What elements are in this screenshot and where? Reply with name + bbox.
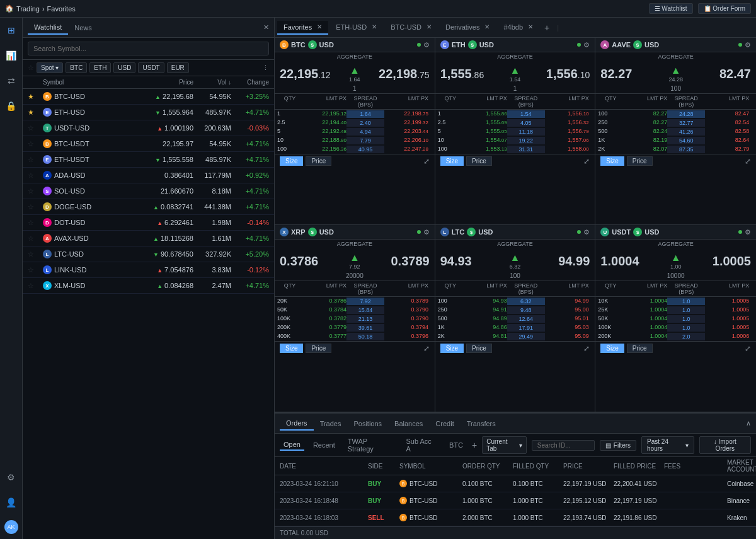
size-btn[interactable]: Size <box>600 156 624 166</box>
watchlist-row[interactable]: ☆ X XLM-USD ▲ 0.084268 2.47M +4.71% <box>23 278 274 294</box>
orders-table-row[interactable]: 2023-03-24 16:18:48 BUY B BTC-USD 1.000 … <box>275 492 756 509</box>
star-icon[interactable]: ★ <box>28 108 43 117</box>
star-icon[interactable]: ☆ <box>28 124 43 132</box>
orders-sub-tab-add-icon[interactable]: + <box>472 440 477 450</box>
star-icon[interactable]: ☆ <box>28 203 43 211</box>
chart-expand-icon[interactable]: ⤢ <box>423 157 430 166</box>
watchlist-row[interactable]: ☆ A AVAX-USD ▲ 18.115268 1.61M +4.71% <box>23 231 274 246</box>
filter-star-icon[interactable]: ☆ <box>28 64 34 72</box>
sidebar-icon-settings[interactable]: ⚙ <box>4 470 19 485</box>
star-icon[interactable]: ☆ <box>28 140 43 148</box>
gear-icon[interactable]: ⚙ <box>745 228 751 236</box>
price-btn[interactable]: Price <box>627 344 653 353</box>
star-icon[interactable]: ★ <box>28 93 43 101</box>
trading-tab-derivatives[interactable]: Derivatives✕ <box>439 21 496 35</box>
orders-sub-tab-sub-acc-a[interactable]: Sub Acc A <box>402 436 440 454</box>
orders-sub-tab-twap-strategy[interactable]: TWAP Strategy <box>344 436 398 454</box>
tab-close-icon[interactable]: ✕ <box>317 23 322 30</box>
chart-expand-icon[interactable]: ⤢ <box>583 344 590 353</box>
orders-sub-tab-recent[interactable]: Recent <box>309 440 339 450</box>
gear-icon[interactable]: ⚙ <box>423 41 430 49</box>
watchlist-row[interactable]: ☆ D DOGE-USD ▲ 0.0832741 441.38M +4.71% <box>23 199 274 215</box>
price-btn[interactable]: Price <box>627 156 653 166</box>
size-btn[interactable]: Size <box>280 344 303 353</box>
sidebar-icon-grid[interactable]: ⊞ <box>4 23 19 38</box>
price-btn[interactable]: Price <box>466 156 492 166</box>
star-icon[interactable]: ☆ <box>28 219 43 227</box>
orders-tab-orders[interactable]: Orders <box>280 417 314 431</box>
col-vol-header[interactable]: Vol ↓ <box>193 79 231 86</box>
watchlist-row[interactable]: ☆ T USDT-USD ▲ 1.000190 200.63M -0.03% <box>23 120 274 136</box>
chart-expand-icon[interactable]: ⤢ <box>745 344 751 353</box>
chart-expand-icon[interactable]: ⤢ <box>423 344 430 353</box>
tab-add-icon[interactable]: + <box>541 23 553 33</box>
filter-usdt-btn[interactable]: USDT <box>138 62 164 73</box>
star-icon[interactable]: ☆ <box>28 187 43 195</box>
orders-table-row[interactable]: 2023-03-24 16:21:10 BUY B BTC-USD 0.100 … <box>275 475 756 492</box>
watchlist-row[interactable]: ☆ L LTC-USD ▼ 90.678450 327.92K +5.20% <box>23 246 274 262</box>
watchlist-row[interactable]: ☆ E ETH-USDT ▼ 1,555.558 485.97K +4.71% <box>23 152 274 168</box>
star-icon[interactable]: ☆ <box>28 235 43 243</box>
gear-icon[interactable]: ⚙ <box>583 228 590 236</box>
tab-close-icon[interactable]: ✕ <box>372 23 377 30</box>
star-icon[interactable]: ☆ <box>28 250 43 258</box>
orders-collapse-icon[interactable]: ∧ <box>746 419 751 427</box>
sidebar-icon-lock[interactable]: 🔒 <box>4 98 19 113</box>
tab-close-icon[interactable]: ✕ <box>484 23 490 30</box>
filter-spot-btn[interactable]: Spot ▾ <box>37 62 63 73</box>
watchlist-close-icon[interactable]: ✕ <box>263 23 269 32</box>
import-orders-btn[interactable]: ↓ Import Orders <box>699 436 751 454</box>
filter-eth-btn[interactable]: ETH <box>89 62 111 73</box>
search-input[interactable] <box>28 42 269 55</box>
trading-tab-eth-usd[interactable]: ETH-USD✕ <box>329 21 383 35</box>
sidebar-icon-chart[interactable]: 📊 <box>4 48 19 63</box>
tab-watchlist[interactable]: Watchlist <box>28 21 68 35</box>
watchlist-row[interactable]: ☆ A ADA-USD 0.386401 117.79M +0.92% <box>23 168 274 183</box>
gear-icon[interactable]: ⚙ <box>423 228 430 236</box>
search-id-input[interactable] <box>532 440 595 451</box>
star-icon[interactable]: ☆ <box>28 282 43 290</box>
orders-sub-tab-btc[interactable]: BTC <box>445 440 467 450</box>
filter-more-icon[interactable]: ⋮ <box>262 64 269 72</box>
trading-tab--4bdb[interactable]: #4bdb✕ <box>497 21 539 35</box>
filter-usd-btn[interactable]: USD <box>113 62 135 73</box>
past-24h-btn[interactable]: Past 24 hours ▾ <box>641 436 694 454</box>
watchlist-row[interactable]: ☆ B BTC-USDT 22,195.97 54.95K +4.71% <box>23 136 274 152</box>
watchlist-row[interactable]: ☆ S SOL-USD 21.660670 8.18M +4.71% <box>23 183 274 199</box>
watchlist-row[interactable]: ☆ L LINK-USD ▲ 7.054876 3.83M -0.12% <box>23 262 274 278</box>
gear-icon[interactable]: ⚙ <box>745 41 751 49</box>
col-change-header[interactable]: Change <box>231 79 269 86</box>
tab-news[interactable]: News <box>68 21 98 34</box>
filters-btn[interactable]: ▤ Filters <box>600 440 636 451</box>
size-btn[interactable]: Size <box>280 156 303 166</box>
gear-icon[interactable]: ⚙ <box>583 41 590 49</box>
size-btn[interactable]: Size <box>440 156 464 166</box>
trading-tab-favorites[interactable]: Favorites✕ <box>277 21 328 35</box>
star-icon[interactable]: ☆ <box>28 266 43 274</box>
orders-tab-transfers[interactable]: Transfers <box>461 417 502 430</box>
sidebar-icon-avatar[interactable]: AK <box>4 520 18 534</box>
chart-expand-icon[interactable]: ⤢ <box>745 157 751 166</box>
watchlist-button[interactable]: ☰ Watchlist <box>649 3 693 14</box>
tab-close-icon[interactable]: ✕ <box>528 23 533 30</box>
filter-btc-btn[interactable]: BTC <box>66 62 87 73</box>
price-btn[interactable]: Price <box>466 344 492 353</box>
sidebar-icon-user[interactable]: 👤 <box>4 495 19 510</box>
trading-tab-btc-usd[interactable]: BTC-USD✕ <box>384 21 438 35</box>
price-btn[interactable]: Price <box>306 156 331 166</box>
tab-close-icon[interactable]: ✕ <box>427 23 432 30</box>
star-icon[interactable]: ☆ <box>28 156 43 164</box>
watchlist-row[interactable]: ★ B BTC-USD ▲ 22,195.68 54.95K +3.25% <box>23 89 274 105</box>
orders-tab-trades[interactable]: Trades <box>314 417 348 430</box>
order-form-button[interactable]: 📋 Order Form <box>698 3 751 14</box>
orders-table-row[interactable]: 2023-03-24 16:18:03 SELL B BTC-USD 2.000… <box>275 509 756 526</box>
size-btn[interactable]: Size <box>600 344 624 353</box>
watchlist-row[interactable]: ★ E ETH-USD ▼ 1,555.964 485.97K +4.71% <box>23 105 274 120</box>
size-btn[interactable]: Size <box>440 344 464 353</box>
price-btn[interactable]: Price <box>306 344 331 353</box>
chart-expand-icon[interactable]: ⤢ <box>583 157 590 166</box>
orders-tab-credit[interactable]: Credit <box>429 417 460 430</box>
star-icon[interactable]: ☆ <box>28 171 43 180</box>
orders-tab-positions[interactable]: Positions <box>347 417 388 430</box>
sidebar-icon-arrows[interactable]: ⇄ <box>4 73 19 88</box>
